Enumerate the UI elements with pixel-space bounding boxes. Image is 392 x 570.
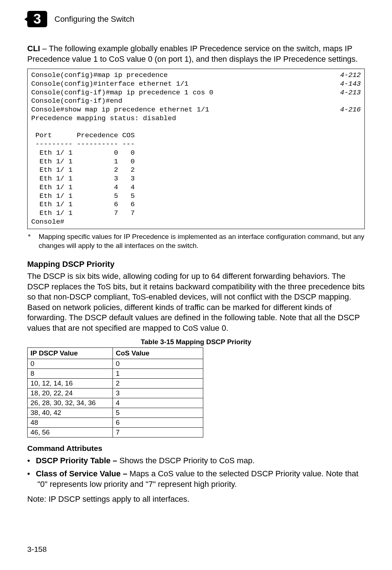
note-label: Note: <box>27 494 46 504</box>
console-ref: 4-143 <box>340 80 361 89</box>
console-command: Eth 1/ 1 3 3 <box>31 175 135 183</box>
console-command: Eth 1/ 1 0 0 <box>31 149 135 158</box>
console-ref: 4-212 <box>340 71 361 80</box>
console-command: --------- ---------- --- <box>31 140 135 149</box>
command-attributes-list: DSCP Priority Table – Shows the DSCP Pri… <box>27 456 365 490</box>
table-header-dscp: IP DSCP Value <box>28 347 113 359</box>
console-line: Port Precedence COS <box>31 131 361 140</box>
console-line: Console(config)#map ip precedence4-212 <box>31 71 361 80</box>
intro-text: – The following example globally enables… <box>27 44 358 64</box>
console-command: Precedence mapping status: disabled <box>31 114 176 123</box>
console-command: Eth 1/ 1 6 6 <box>31 200 135 209</box>
table-cell: 48 <box>28 418 113 427</box>
table-row: 10, 12, 14, 162 <box>28 378 203 388</box>
intro-paragraph: CLI – The following example globally ena… <box>27 44 365 64</box>
console-output: Console(config)#map ip precedence4-212Co… <box>27 69 365 229</box>
table-cell: 5 <box>113 408 203 418</box>
list-item: DSCP Priority Table – Shows the DSCP Pri… <box>27 456 365 466</box>
command-attributes-heading: Command Attributes <box>27 444 365 453</box>
table-row: 00 <box>28 359 203 369</box>
console-command <box>31 123 35 132</box>
table-cell: 46, 56 <box>28 427 113 437</box>
console-command: Eth 1/ 1 2 2 <box>31 166 135 175</box>
list-item-bold: Class of Service Value – <box>36 469 127 478</box>
console-ref: 4-213 <box>340 89 361 97</box>
list-item-text: Shows the DSCP Priority to CoS map. <box>117 456 255 465</box>
table-cell: 0 <box>113 359 203 369</box>
console-line: Console# <box>31 218 361 227</box>
console-line: Eth 1/ 1 3 3 <box>31 175 361 183</box>
dscp-table: IP DSCP Value CoS Value 008110, 12, 14, … <box>27 347 203 437</box>
table-cell: 1 <box>113 369 203 378</box>
console-line: Console(config-if)#map ip precedence 1 c… <box>31 89 361 97</box>
console-command: Eth 1/ 1 7 7 <box>31 209 135 218</box>
table-row: 486 <box>28 418 203 427</box>
note-line: Note: IP DSCP settings apply to all inte… <box>27 494 365 504</box>
console-line: Eth 1/ 1 4 4 <box>31 183 361 192</box>
console-command: Console#show map ip precedence ethernet … <box>31 106 209 114</box>
section-paragraph: The DSCP is six bits wide, allowing codi… <box>27 271 365 334</box>
table-cell: 38, 40, 42 <box>28 408 113 418</box>
note-text: IP DSCP settings apply to all interfaces… <box>46 494 189 504</box>
footnote-text: Mapping specific values for IP Precedenc… <box>38 232 365 251</box>
page-number: 3-158 <box>27 545 47 554</box>
footnote-mark: * <box>28 232 30 251</box>
console-ref: 4-216 <box>340 106 361 114</box>
chapter-number: 3 <box>33 11 41 27</box>
console-command: Eth 1/ 1 1 0 <box>31 158 135 166</box>
console-command: Console(config)#map ip precedence <box>31 71 168 80</box>
console-line: Eth 1/ 1 2 2 <box>31 166 361 175</box>
table-header-cos: CoS Value <box>113 347 203 359</box>
console-line: Eth 1/ 1 6 6 <box>31 200 361 209</box>
console-line: Console(config)#interface ethernet 1/14-… <box>31 80 361 89</box>
console-line: --------- ---------- --- <box>31 140 361 149</box>
console-line: Eth 1/ 1 0 0 <box>31 149 361 158</box>
console-line: Eth 1/ 1 1 0 <box>31 158 361 166</box>
table-caption: Table 3-15 Mapping DSCP Priority <box>27 338 365 346</box>
section-heading: Mapping DSCP Priority <box>27 260 365 269</box>
list-item: Class of Service Value – Maps a CoS valu… <box>27 469 365 489</box>
console-line <box>31 123 361 132</box>
console-command: Console(config-if)#map ip precedence 1 c… <box>31 89 213 97</box>
cli-label: CLI <box>27 44 40 53</box>
page-title: Configuring the Switch <box>54 15 134 24</box>
page-header: 3 Configuring the Switch <box>27 11 365 27</box>
console-line: Precedence mapping status: disabled <box>31 114 361 123</box>
footnote: * Mapping specific values for IP Precede… <box>27 232 365 251</box>
console-line: Console#show map ip precedence ethernet … <box>31 106 361 114</box>
console-line: Console(config-if)#end <box>31 97 361 106</box>
table-row: 46, 567 <box>28 427 203 437</box>
table-row: 26, 28, 30, 32, 34, 364 <box>28 398 203 408</box>
console-command: Console(config-if)#end <box>31 97 122 106</box>
console-command: Port Precedence COS <box>31 131 135 140</box>
table-cell: 8 <box>28 369 113 378</box>
table-cell: 0 <box>28 359 113 369</box>
chapter-badge-icon: 3 <box>27 11 47 27</box>
console-command: Eth 1/ 1 5 5 <box>31 192 135 201</box>
console-command: Console# <box>31 218 64 227</box>
table-row: 18, 20, 22, 243 <box>28 388 203 398</box>
table-cell: 18, 20, 22, 24 <box>28 388 113 398</box>
table-cell: 7 <box>113 427 203 437</box>
console-line: Eth 1/ 1 7 7 <box>31 209 361 218</box>
table-cell: 2 <box>113 378 203 388</box>
table-cell: 3 <box>113 388 203 398</box>
console-command: Console(config)#interface ethernet 1/1 <box>31 80 188 89</box>
table-row: 81 <box>28 369 203 378</box>
table-row: 38, 40, 425 <box>28 408 203 418</box>
console-line: Eth 1/ 1 5 5 <box>31 192 361 201</box>
table-cell: 26, 28, 30, 32, 34, 36 <box>28 398 113 408</box>
table-cell: 4 <box>113 398 203 408</box>
table-cell: 6 <box>113 418 203 427</box>
table-cell: 10, 12, 14, 16 <box>28 378 113 388</box>
console-command: Eth 1/ 1 4 4 <box>31 183 135 192</box>
list-item-bold: DSCP Priority Table – <box>36 456 117 465</box>
